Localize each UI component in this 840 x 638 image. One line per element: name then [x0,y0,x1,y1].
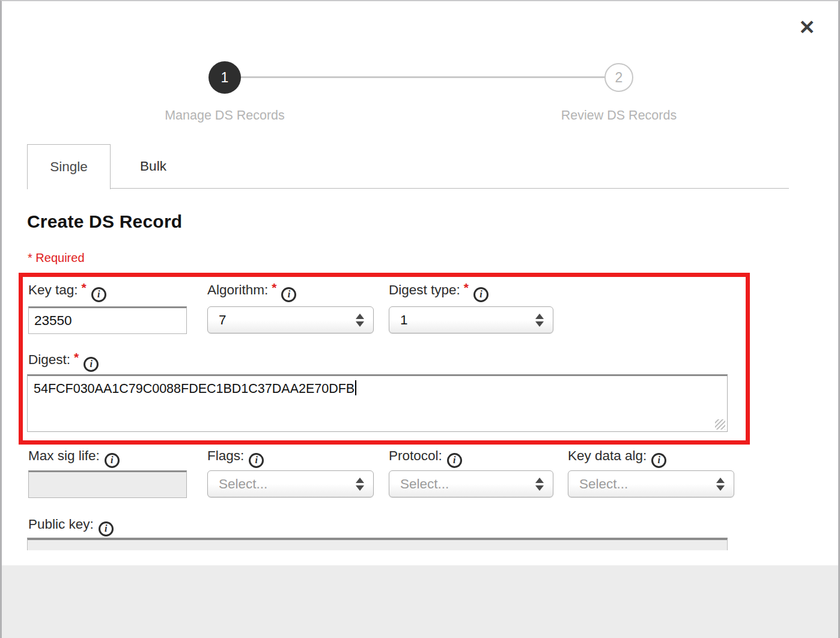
required-note-text: Required [35,251,84,264]
algorithm-select-value: 7 [219,312,227,328]
required-asterisk: * [464,281,469,294]
info-icon[interactable]: i [447,453,462,468]
info-icon[interactable]: i [281,287,296,302]
key-data-alg-label: Key data alg:i [568,448,666,468]
digest-type-label: Digest type:*i [389,282,488,302]
max-sig-life-input[interactable] [28,470,187,498]
protocol-select-value: Select... [400,476,449,492]
select-arrows-icon [535,478,544,491]
info-icon[interactable]: i [84,357,99,372]
step-1-indicator: 1 [208,61,241,94]
algorithm-label-text: Algorithm: [207,282,268,297]
tab-bulk[interactable]: Bulk [111,144,196,189]
info-icon[interactable]: i [91,287,106,302]
flags-select[interactable]: Select... [207,470,374,497]
key-tag-label: Key tag:*i [28,282,106,302]
info-icon[interactable]: i [473,287,488,302]
select-arrows-icon [356,314,364,327]
digest-label: Digest:*i [28,352,99,372]
key-tag-input[interactable] [28,306,187,334]
key-data-alg-select[interactable]: Select... [568,470,734,497]
info-icon[interactable]: i [99,521,114,536]
text-cursor [355,380,356,395]
public-key-label: Public key:i [28,517,114,536]
close-icon[interactable]: ✕ [794,14,820,41]
info-icon[interactable]: i [105,453,120,468]
protocol-label: Protocol:i [389,448,462,468]
public-key-textarea[interactable] [27,538,728,550]
stepper-connector-line [224,76,619,78]
required-note-marker: * [28,251,32,264]
resize-handle-icon[interactable] [715,419,725,430]
algorithm-label: Algorithm:*i [207,282,296,302]
required-asterisk: * [272,281,276,294]
key-data-alg-select-value: Select... [579,476,628,492]
select-arrows-icon [535,314,544,327]
select-arrows-icon [716,478,725,491]
max-sig-life-label-text: Max sig life: [28,448,100,463]
max-sig-life-label: Max sig life:i [28,448,120,468]
info-icon[interactable]: i [249,453,264,468]
step-2-indicator: 2 [604,63,633,92]
flags-label-text: Flags: [207,448,244,463]
required-note: * Required [28,251,85,265]
public-key-label-text: Public key: [28,517,94,532]
required-asterisk: * [74,350,79,364]
tab-single[interactable]: Single [27,144,111,189]
dialog-footer: Cancel Back Next [2,565,838,638]
info-icon[interactable]: i [651,453,666,468]
key-tag-label-text: Key tag: [28,282,78,297]
digest-type-label-text: Digest type: [389,282,460,297]
select-arrows-icon [356,478,364,491]
step-2-label: Review DS Records [499,108,739,123]
flags-label: Flags:i [207,448,264,468]
algorithm-select[interactable]: 7 [207,306,374,333]
page-title: Create DS Record [27,211,182,232]
digest-value: 54FCF030AA1C79C0088FDEC1BD1C37DAA2E70DFB [34,381,355,396]
create-ds-record-dialog: ✕ 1 2 Manage DS Records Review DS Record… [0,0,840,638]
flags-select-value: Select... [219,476,267,492]
required-asterisk: * [82,281,87,294]
protocol-select[interactable]: Select... [389,470,553,497]
digest-textarea[interactable]: 54FCF030AA1C79C0088FDEC1BD1C37DAA2E70DFB [27,374,728,432]
digest-type-select[interactable]: 1 [389,306,553,333]
step-1-label: Manage DS Records [105,108,345,123]
digest-type-select-value: 1 [400,312,408,328]
protocol-label-text: Protocol: [389,448,442,463]
digest-label-text: Digest: [28,352,70,367]
key-data-alg-label-text: Key data alg: [568,448,647,463]
